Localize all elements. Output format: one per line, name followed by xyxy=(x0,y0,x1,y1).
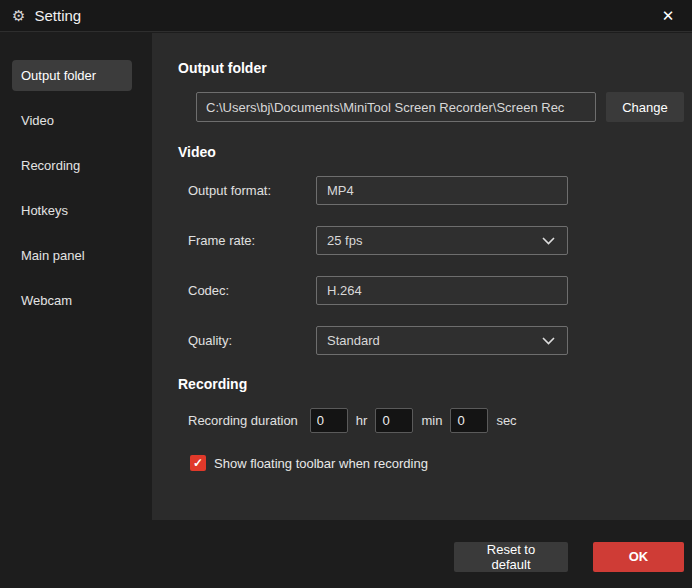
ok-button[interactable]: OK xyxy=(593,542,684,572)
frame-rate-select[interactable]: 25 fps xyxy=(316,226,568,255)
output-folder-path-input[interactable] xyxy=(196,92,596,122)
window-title: Setting xyxy=(34,7,81,24)
frame-rate-label: Frame rate: xyxy=(188,233,316,248)
sec-unit-label: sec xyxy=(496,413,516,428)
settings-content: Output folder Change Video Output format… xyxy=(152,33,692,520)
sidebar: Output folder Video Recording Hotkeys Ma… xyxy=(0,33,152,588)
codec-input[interactable] xyxy=(316,276,568,305)
chevron-down-icon xyxy=(542,337,555,345)
codec-label: Codec: xyxy=(188,283,316,298)
quality-row: Quality: Standard xyxy=(188,326,692,355)
titlebar: ⚙ Setting ✕ xyxy=(0,0,692,32)
sidebar-item-main-panel[interactable]: Main panel xyxy=(12,240,132,271)
output-format-row: Output format: xyxy=(188,176,692,205)
floating-toolbar-row: ✓ Show floating toolbar when recording xyxy=(190,455,692,471)
recording-duration-row: Recording duration hr min sec xyxy=(188,408,692,433)
sidebar-item-output-folder[interactable]: Output folder xyxy=(12,60,132,91)
sidebar-item-hotkeys[interactable]: Hotkeys xyxy=(12,195,132,226)
show-floating-toolbar-label: Show floating toolbar when recording xyxy=(214,456,428,471)
output-format-label: Output format: xyxy=(188,183,316,198)
quality-label: Quality: xyxy=(188,333,316,348)
duration-hr-input[interactable] xyxy=(310,408,348,433)
sidebar-item-video[interactable]: Video xyxy=(12,105,132,136)
output-format-input[interactable] xyxy=(316,176,568,205)
sidebar-item-webcam[interactable]: Webcam xyxy=(12,285,132,316)
output-folder-row: Change xyxy=(196,92,692,122)
frame-rate-row: Frame rate: 25 fps xyxy=(188,226,692,255)
sidebar-item-recording[interactable]: Recording xyxy=(12,150,132,181)
video-section-title: Video xyxy=(178,144,692,160)
duration-sec-input[interactable] xyxy=(450,408,488,433)
codec-row: Codec: xyxy=(188,276,692,305)
chevron-down-icon xyxy=(542,237,555,245)
duration-min-input[interactable] xyxy=(375,408,413,433)
frame-rate-value: 25 fps xyxy=(327,233,362,248)
recording-section-title: Recording xyxy=(178,376,692,392)
min-unit-label: min xyxy=(421,413,442,428)
show-floating-toolbar-checkbox[interactable]: ✓ xyxy=(190,455,206,471)
reset-to-default-button[interactable]: Reset to default xyxy=(454,542,568,572)
quality-select[interactable]: Standard xyxy=(316,326,568,355)
settings-gear-icon: ⚙ xyxy=(12,7,25,25)
quality-value: Standard xyxy=(327,333,380,348)
hr-unit-label: hr xyxy=(356,413,368,428)
change-folder-button[interactable]: Change xyxy=(606,92,684,122)
footer: Reset to default OK xyxy=(152,542,684,571)
close-icon[interactable]: ✕ xyxy=(656,4,680,28)
recording-duration-label: Recording duration xyxy=(188,413,298,428)
output-folder-section-title: Output folder xyxy=(178,60,692,76)
